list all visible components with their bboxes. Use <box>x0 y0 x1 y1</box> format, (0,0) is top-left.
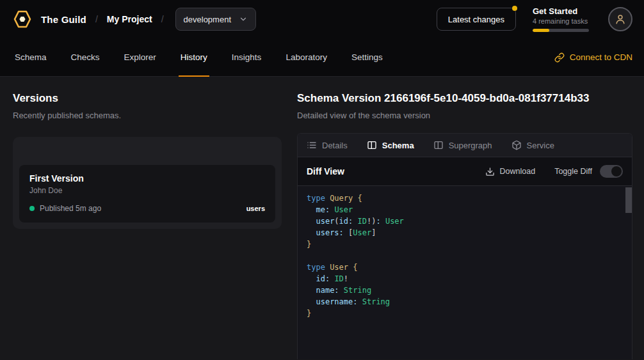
schema-code-viewer[interactable]: type Query { me: User user(id: ID!): Use… <box>298 185 632 359</box>
version-author: John Doe <box>29 186 265 195</box>
connect-to-cdn-label: Connect to CDN <box>570 52 632 62</box>
chevron-down-icon <box>239 15 248 24</box>
detail-tab-label: Service <box>527 141 554 150</box>
tab-schema[interactable]: Schema <box>13 38 49 76</box>
versions-title: Versions <box>13 92 282 105</box>
toggle-diff-switch[interactable] <box>600 165 623 178</box>
code-lines: type Query { me: User user(id: ID!): Use… <box>298 186 632 319</box>
versions-panel: Versions Recently published schemas. Fir… <box>13 92 282 359</box>
version-name: First Version <box>29 173 265 184</box>
code-line: users: [User] <box>307 227 620 239</box>
code-scrollbar-thumb[interactable] <box>625 187 632 213</box>
hive-logo-icon[interactable] <box>13 10 32 29</box>
org-name[interactable]: The Guild <box>41 14 86 25</box>
tab-explorer[interactable]: Explorer <box>122 38 158 76</box>
list-icon <box>307 140 317 150</box>
code-line: user(id: ID!): User <box>307 215 620 227</box>
diff-header: Diff View Download Toggle Diff <box>298 157 632 185</box>
schema-viewer-widget: Details Schema Supergraph <box>297 133 632 359</box>
link-icon <box>554 52 565 63</box>
avatar-button[interactable] <box>608 7 632 31</box>
code-line: id: ID! <box>307 273 620 285</box>
tab-checks[interactable]: Checks <box>69 38 102 76</box>
tab-settings[interactable]: Settings <box>350 38 385 76</box>
published-status-dot <box>29 206 35 211</box>
version-list-item[interactable]: First Version John Doe Published 5m ago … <box>19 165 275 223</box>
table-columns-icon <box>433 140 444 150</box>
tab-history[interactable]: History <box>179 38 209 76</box>
notification-dot <box>512 6 517 11</box>
code-line <box>307 250 620 262</box>
detail-tab-service[interactable]: Service <box>511 140 554 150</box>
detail-tab-label: Schema <box>382 141 414 150</box>
latest-changes-label: Latest changes <box>448 15 504 24</box>
detail-tab-details[interactable]: Details <box>307 140 348 150</box>
download-button[interactable]: Download <box>485 167 536 176</box>
connect-to-cdn-button[interactable]: Connect to CDN <box>554 52 632 63</box>
code-line: } <box>307 239 620 250</box>
code-line: me: User <box>307 204 620 215</box>
environment-select-value: development <box>184 15 231 24</box>
version-detail-title: Schema Version 2166196f-5e10-4059-bd0a-0… <box>297 92 632 105</box>
detail-tab-label: Supergraph <box>449 141 492 150</box>
person-icon <box>614 13 627 26</box>
download-icon <box>485 167 495 176</box>
version-status: Published 5m ago <box>40 204 101 213</box>
versions-subtitle: Recently published schemas. <box>13 111 282 120</box>
get-started-subtitle: 4 remaining tasks <box>533 17 592 25</box>
environment-select[interactable]: development <box>175 8 256 31</box>
main-content: Versions Recently published schemas. Fir… <box>0 77 644 359</box>
top-bar: The Guild / My Project / development Lat… <box>0 0 644 38</box>
get-started-progress-fill <box>533 29 549 32</box>
code-line: name: String <box>307 285 620 296</box>
box-icon <box>511 140 522 150</box>
nav-tab-list: Schema Checks Explorer History Insights … <box>13 38 385 76</box>
detail-tab-list: Details Schema Supergraph <box>298 134 632 157</box>
project-nav: Schema Checks Explorer History Insights … <box>0 38 644 77</box>
version-detail-panel: Schema Version 2166196f-5e10-4059-bd0a-0… <box>297 92 632 359</box>
tab-laboratory[interactable]: Laboratory <box>284 38 329 76</box>
code-line: username: String <box>307 296 620 308</box>
download-label: Download <box>500 167 536 176</box>
code-line: type User { <box>307 262 620 273</box>
detail-tab-supergraph[interactable]: Supergraph <box>433 140 492 150</box>
get-started-progress-bar <box>533 29 589 32</box>
toggle-diff-label: Toggle Diff <box>554 167 592 176</box>
project-name[interactable]: My Project <box>107 14 152 24</box>
detail-tab-label: Details <box>322 141 348 150</box>
code-scrollbar[interactable] <box>625 186 632 359</box>
code-line: } <box>307 308 620 319</box>
tab-insights[interactable]: Insights <box>230 38 264 76</box>
toggle-knob <box>611 166 622 176</box>
versions-card: First Version John Doe Published 5m ago … <box>13 137 282 229</box>
breadcrumb-separator: / <box>95 14 98 24</box>
table-columns-icon <box>367 140 377 150</box>
breadcrumb-separator: / <box>161 14 164 24</box>
latest-changes-button[interactable]: Latest changes <box>437 8 516 31</box>
version-detail-subtitle: Detailed view of the schema version <box>297 111 632 120</box>
get-started-title: Get Started <box>533 6 592 16</box>
detail-tab-schema[interactable]: Schema <box>367 140 414 150</box>
diff-view-title: Diff View <box>307 166 344 176</box>
get-started-widget[interactable]: Get Started 4 remaining tasks <box>533 6 592 32</box>
service-name-badge: users <box>246 205 265 212</box>
code-line: type Query { <box>307 192 620 204</box>
